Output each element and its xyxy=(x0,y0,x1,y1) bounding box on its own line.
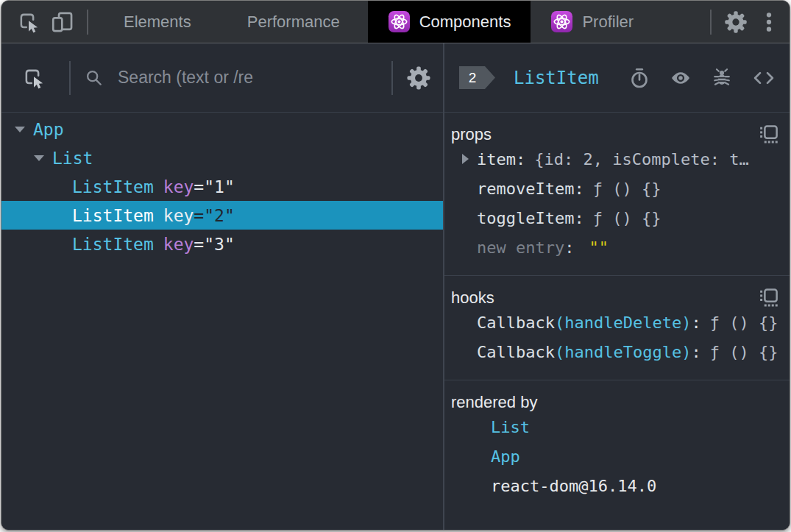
toolbar-separator xyxy=(87,10,88,35)
copy-icon xyxy=(758,124,780,146)
props-section-label: props xyxy=(451,125,779,144)
tab-profiler[interactable]: Profiler xyxy=(531,1,653,43)
component-name: ListItem xyxy=(72,206,154,225)
new-entry-value-input[interactable]: "" xyxy=(589,238,609,257)
hook-row-handledelete[interactable]: Callback(handleDelete): ƒ () {} xyxy=(451,308,779,337)
tree-row-listitem-2-selected[interactable]: ListItem key="2" xyxy=(1,201,443,230)
devtools-settings-button[interactable] xyxy=(719,5,753,39)
chevron-down-icon[interactable] xyxy=(34,155,44,161)
tree-toolbar xyxy=(1,43,443,113)
devtools-tab-bar: Elements Performance xyxy=(1,1,790,43)
tab-components-label: Components xyxy=(419,13,511,32)
inspect-element-button[interactable] xyxy=(12,5,46,39)
device-toolbar-icon xyxy=(50,10,75,35)
select-component-button[interactable] xyxy=(22,66,46,90)
copy-props-button[interactable] xyxy=(758,124,780,146)
search-bar xyxy=(84,68,380,88)
tab-elements[interactable]: Elements xyxy=(96,1,219,43)
prop-row-item[interactable]: item: {id: 2, isComplete: t… xyxy=(451,144,779,174)
chevron-right-icon[interactable] xyxy=(462,154,469,164)
bug-icon xyxy=(711,67,733,89)
tab-profiler-label: Profiler xyxy=(582,13,634,32)
component-tree: App List ListItem key="1" ListItem key="… xyxy=(1,113,443,258)
components-panel: App List ListItem key="1" ListItem key="… xyxy=(1,43,790,531)
gear-icon xyxy=(405,64,433,92)
component-name: ListItem xyxy=(72,177,154,196)
react-logo-icon xyxy=(388,10,411,33)
rendered-by-list-link[interactable]: List xyxy=(451,412,779,441)
search-icon xyxy=(84,68,104,88)
gear-icon xyxy=(723,9,749,35)
toolbar-separator xyxy=(710,10,712,35)
tab-performance[interactable]: Performance xyxy=(219,1,368,43)
inspect-dom-button[interactable] xyxy=(669,67,692,89)
copy-hooks-button[interactable] xyxy=(758,288,780,310)
prop-row-removeitem[interactable]: removeItem: ƒ () {} xyxy=(451,174,779,203)
tree-row-listitem-3[interactable]: ListItem key="3" xyxy=(1,230,443,258)
tree-row-app[interactable]: App xyxy=(1,115,443,143)
chevron-down-icon[interactable] xyxy=(15,127,25,132)
prop-row-new-entry[interactable]: new entry: "" xyxy=(451,233,779,262)
badge-count: 2 xyxy=(469,70,477,86)
view-source-button[interactable] xyxy=(751,67,776,89)
toolbar-separator xyxy=(391,61,393,95)
tab-elements-label: Elements xyxy=(124,13,191,32)
inspect-cursor-icon xyxy=(17,10,40,34)
key-attribute: key="2" xyxy=(163,206,235,225)
rendered-by-renderer-version: react-dom@16.14.0 xyxy=(451,471,779,500)
tab-performance-label: Performance xyxy=(247,13,340,32)
key-attribute: key="1" xyxy=(163,177,235,196)
tab-components[interactable]: Components xyxy=(368,1,531,43)
tree-row-listitem-1[interactable]: ListItem key="1" xyxy=(1,172,443,201)
hook-row-handletoggle[interactable]: Callback(handleToggle): ƒ () {} xyxy=(451,337,779,366)
owners-stack-badge[interactable]: 2 xyxy=(459,66,495,89)
eye-icon xyxy=(669,67,692,89)
suspend-timer-button[interactable] xyxy=(628,67,650,89)
component-name: ListItem xyxy=(72,235,154,254)
inspected-element-header: 2 ListItem xyxy=(444,43,790,113)
prop-row-toggleitem[interactable]: toggleItem: ƒ () {} xyxy=(451,203,779,233)
search-input[interactable] xyxy=(118,68,380,88)
debug-button[interactable] xyxy=(711,67,733,89)
stopwatch-icon xyxy=(628,67,650,89)
code-brackets-icon xyxy=(751,67,776,89)
hooks-section-label: hooks xyxy=(451,288,779,308)
devtools-window: Elements Performance xyxy=(1,0,790,531)
device-toolbar-button[interactable] xyxy=(46,5,79,39)
toolbar-separator xyxy=(69,61,71,95)
copy-icon xyxy=(758,288,780,310)
component-name: List xyxy=(52,149,93,168)
props-section: props item: {id xyxy=(444,113,790,276)
component-tree-panel: App List ListItem key="1" ListItem key="… xyxy=(1,43,444,531)
tree-settings-button[interactable] xyxy=(405,64,433,92)
hooks-section: hooks Callback(handleDelete): xyxy=(444,276,790,380)
react-logo-icon xyxy=(550,10,573,33)
inspect-cursor-icon xyxy=(22,66,46,90)
component-name: App xyxy=(33,120,64,139)
rendered-by-section: rendered by List App react-dom@16.14.0 xyxy=(444,380,790,531)
devtools-menu-button[interactable] xyxy=(753,5,785,39)
key-attribute: key="3" xyxy=(163,235,235,254)
inspected-element-panel: 2 ListItem xyxy=(444,43,790,531)
rendered-by-app-link[interactable]: App xyxy=(451,441,779,471)
rendered-by-label: rendered by xyxy=(451,393,779,412)
kebab-menu-icon xyxy=(758,10,780,35)
tree-row-list[interactable]: List xyxy=(1,143,443,172)
selected-component-title: ListItem xyxy=(514,68,599,88)
